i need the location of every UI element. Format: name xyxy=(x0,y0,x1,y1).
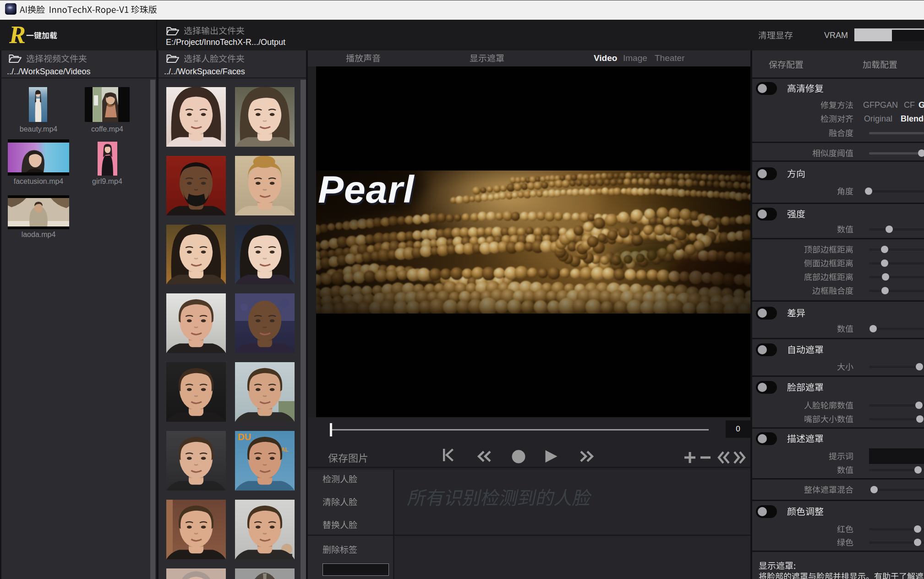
svg-text:DU: DU xyxy=(238,432,251,442)
